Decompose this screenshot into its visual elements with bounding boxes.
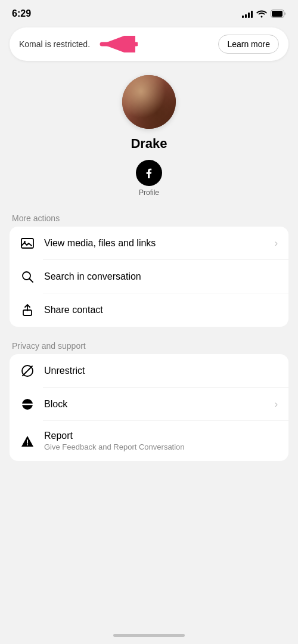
block-icon [20,397,35,411]
svg-point-5 [24,241,26,243]
battery-icon [271,10,286,18]
block-item[interactable]: Block › [10,388,288,421]
search-conversation-title: Search in conversation [44,271,278,282]
unrestrict-item[interactable]: Unrestrict [10,354,288,388]
svg-point-14 [27,444,28,445]
report-subtitle: Give Feedback and Report Conversation [44,442,278,451]
more-actions-label: More actions [0,209,298,227]
restricted-banner: Komal is restricted. Learn more [10,27,288,61]
status-bar: 6:29 [0,0,298,24]
block-text: Block [44,399,265,410]
signal-bars-icon [242,10,253,18]
search-conversation-text: Search in conversation [44,271,278,282]
status-icons [242,10,286,18]
media-icon [20,236,35,250]
chevron-right-icon: › [275,238,278,249]
pink-arrow-icon [96,36,138,52]
facebook-profile-icon[interactable] [136,160,162,186]
profile-label: Profile [139,188,159,197]
report-text: Report Give Feedback and Report Conversa… [44,431,278,451]
share-contact-title: Share contact [44,305,278,315]
share-contact-text: Share contact [44,305,278,315]
share-icon [20,303,35,317]
restricted-left: Komal is restricted. [19,36,218,52]
unrestrict-icon [20,364,35,378]
share-contact-item[interactable]: Share contact [10,293,288,327]
chevron-right-icon: › [275,399,278,410]
learn-more-button[interactable]: Learn more [218,35,279,54]
svg-rect-1 [272,11,283,17]
home-indicator [113,634,185,637]
report-icon [20,434,35,448]
view-media-item[interactable]: View media, files and links › [10,227,288,260]
report-title: Report [44,431,278,441]
privacy-support-label: Privacy and support [0,336,298,354]
block-title: Block [44,399,265,410]
profile-section: Drake Profile [0,69,298,209]
view-media-title: View media, files and links [44,238,265,249]
status-time: 6:29 [12,8,31,19]
unrestrict-title: Unrestrict [44,366,278,376]
profile-name: Drake [131,136,167,151]
svg-line-10 [23,366,32,376]
more-actions-card: View media, files and links › Search in … [10,227,288,327]
report-item[interactable]: Report Give Feedback and Report Conversa… [10,421,288,461]
search-icon [20,270,35,284]
avatar [122,75,176,129]
search-conversation-item[interactable]: Search in conversation [10,260,288,293]
restricted-text: Komal is restricted. [19,39,90,49]
profile-icon-wrap[interactable]: Profile [136,160,162,197]
svg-line-7 [30,279,33,283]
unrestrict-text: Unrestrict [44,366,278,376]
wifi-icon [256,10,267,18]
privacy-support-card: Unrestrict Block › Report Give Feedback … [10,354,288,461]
view-media-text: View media, files and links [44,238,265,249]
